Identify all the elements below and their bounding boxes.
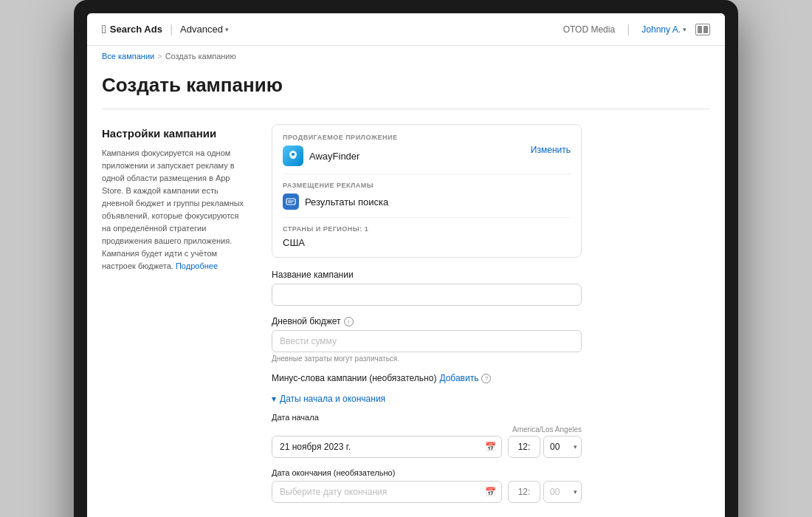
start-date-wrapper: 📅 (272, 436, 502, 458)
user-menu[interactable]: Johnny A. ▾ (641, 24, 687, 35)
advanced-dropdown[interactable]: Advanced ▾ (180, 24, 229, 35)
minus-words-label: Минус-слова кампании (необязательно) (272, 373, 436, 383)
logo-divider: | (170, 23, 173, 36)
layout-col-1 (698, 26, 702, 33)
daily-budget-group: Дневной бюджет i Дневные затраты могут р… (272, 316, 582, 363)
app-icon (283, 145, 303, 166)
placement-info: Результаты поиска (283, 194, 571, 210)
promoted-app-row: ПРОДВИГАЕМОЕ ПРИЛОЖЕНИЕ AwayFinder (283, 134, 571, 166)
header-right: OTOD Media | Johnny A. ▾ (563, 23, 710, 36)
chevron-icon: ▾ (272, 394, 276, 404)
start-time-group: 00 15 30 45 ▾ (508, 436, 582, 458)
dates-section: ▾ Даты начала и окончания Дата начала Am… (272, 394, 582, 503)
card-divider-1 (283, 174, 571, 174)
start-date-group: Дата начала America/Los Angeles 📅 (272, 413, 582, 458)
advanced-label-text: Advanced (180, 24, 223, 35)
placement-section: РАЗМЕЩЕНИЕ РЕКЛАМЫ Результаты поис (283, 182, 571, 210)
breadcrumb-all-campaigns[interactable]: Все кампании (102, 52, 154, 61)
end-date-wrapper: 📅 (272, 481, 502, 503)
section-desc-text: Кампания фокусируется на одном приложени… (102, 148, 244, 270)
card-divider-2 (283, 217, 571, 218)
advanced-chevron-icon: ▾ (225, 26, 229, 33)
svg-point-0 (292, 153, 295, 156)
app-header:  Search Ads | Advanced ▾ OTOD Media | J… (87, 13, 725, 46)
apple-icon:  (102, 23, 106, 36)
user-chevron-icon: ▾ (683, 26, 687, 33)
promoted-app-label: ПРОДВИГАЕМОЕ ПРИЛОЖЕНИЕ (283, 134, 397, 141)
start-hour-input[interactable] (508, 436, 540, 458)
page-title: Создать кампанию (87, 66, 725, 109)
app-name: AwayFinder (309, 151, 359, 162)
campaign-name-label: Название кампании (272, 270, 582, 280)
promoted-app-section: ПРОДВИГАЕМОЕ ПРИЛОЖЕНИЕ AwayFinder (283, 134, 397, 166)
right-panel: ПРОДВИГАЕМОЕ ПРИЛОЖЕНИЕ AwayFinder (272, 124, 582, 513)
start-minute-wrapper: 00 15 30 45 ▾ (543, 436, 582, 458)
end-minute-select[interactable]: 00 15 30 45 (543, 481, 582, 503)
minus-words-info-icon[interactable]: ? (481, 374, 491, 383)
placement-label: РАЗМЕЩЕНИЕ РЕКЛАМЫ (283, 182, 571, 189)
breadcrumb-separator: > (157, 52, 162, 61)
left-panel: Настройки кампании Кампания фокусируется… (102, 124, 250, 513)
layout-toggle-button[interactable] (695, 24, 710, 35)
end-date-label: Дата окончания (необязательно) (272, 468, 582, 477)
end-date-input[interactable] (272, 481, 502, 503)
country-value: США (283, 237, 571, 248)
search-ads-logo:  Search Ads (102, 23, 162, 36)
start-date-input[interactable] (272, 436, 502, 458)
section-title: Настройки кампании (102, 127, 250, 140)
layout-col-2 (703, 26, 708, 33)
more-link[interactable]: Подробнее (176, 261, 218, 270)
add-minus-words-link[interactable]: Добавить (439, 373, 478, 383)
breadcrumb-current: Создать кампанию (165, 52, 236, 61)
user-name-text: Johnny A. (641, 24, 681, 35)
end-minute-wrapper: 00 15 30 45 ▾ (543, 481, 582, 503)
placement-name: Результаты поиска (305, 196, 388, 208)
daily-budget-label: Дневной бюджет i (272, 316, 582, 326)
start-minute-select[interactable]: 00 15 30 45 (543, 436, 582, 458)
main-content: Настройки кампании Кампания фокусируется… (87, 109, 725, 517)
dates-toggle-label: Даты начала и окончания (280, 394, 385, 404)
header-left:  Search Ads | Advanced ▾ (102, 23, 229, 36)
change-app-link[interactable]: Изменить (531, 145, 571, 155)
end-date-group: Дата окончания (необязательно) 📅 (272, 468, 582, 503)
end-date-input-row: 📅 00 15 30 45 (272, 481, 582, 503)
daily-budget-hint: Дневные затраты могут различаться. (272, 355, 582, 363)
breadcrumb: Все кампании > Создать кампанию (87, 46, 725, 66)
timezone-label: America/Los Angeles (272, 425, 582, 434)
app-info: AwayFinder (283, 145, 397, 166)
countries-section: СТРАНЫ И РЕГИОНЫ: 1 США (283, 225, 571, 248)
minus-words-row: Минус-слова кампании (необязательно) Доб… (272, 373, 582, 383)
campaign-name-group: Название кампании (272, 270, 582, 306)
dates-toggle-button[interactable]: ▾ Даты начала и окончания (272, 394, 582, 404)
daily-budget-info-icon[interactable]: i (344, 317, 354, 326)
section-description: Кампания фокусируется на одном приложени… (102, 147, 250, 273)
start-date-input-row: 📅 00 15 30 45 (272, 436, 582, 458)
end-time-group: 00 15 30 45 ▾ (508, 481, 582, 503)
app-card: ПРОДВИГАЕМОЕ ПРИЛОЖЕНИЕ AwayFinder (272, 124, 582, 258)
end-hour-input[interactable] (508, 481, 540, 503)
logo-text: Search Ads (110, 24, 162, 35)
daily-budget-input[interactable] (272, 330, 582, 352)
countries-label: СТРАНЫ И РЕГИОНЫ: 1 (283, 225, 571, 233)
placement-icon (283, 194, 299, 210)
svg-rect-1 (286, 199, 295, 205)
org-name: OTOD Media (563, 24, 615, 35)
header-sep: | (627, 23, 630, 36)
campaign-name-input[interactable] (272, 284, 582, 306)
start-date-label: Дата начала (272, 413, 582, 422)
